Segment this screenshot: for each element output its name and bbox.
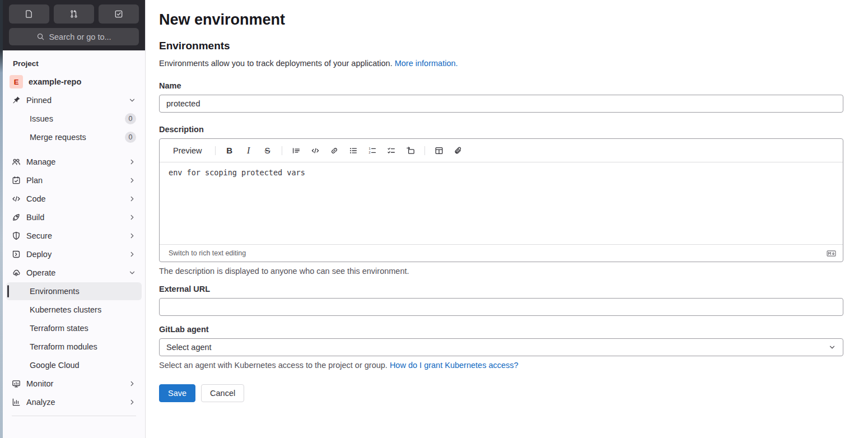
table-button[interactable] xyxy=(431,143,447,159)
kubernetes-clusters-label: Kubernetes clusters xyxy=(30,305,136,314)
bullet-list-button[interactable] xyxy=(346,143,361,159)
description-field-group: Description Preview B I S xyxy=(159,125,843,276)
sidebar-item-monitor[interactable]: Monitor xyxy=(6,375,142,393)
kubernetes-access-link[interactable]: How do I grant Kubernetes access? xyxy=(390,361,519,370)
markdown-icon xyxy=(827,249,836,258)
chevron-down-icon xyxy=(128,269,136,277)
link-button[interactable] xyxy=(326,143,342,159)
italic-button[interactable]: I xyxy=(241,143,256,159)
external-url-input[interactable] xyxy=(159,298,843,316)
agent-help-text: Select an agent with Kubernetes access t… xyxy=(159,361,388,370)
terraform-states-label: Terraform states xyxy=(30,324,136,333)
search-input[interactable]: Search or go to... xyxy=(9,28,139,45)
numbered-list-button[interactable]: 12 xyxy=(365,143,380,159)
sidebar-item-project[interactable]: E example-repo xyxy=(6,73,142,91)
sidebar-nav: Project E example-repo Pinned Issues 0 M… xyxy=(3,50,145,438)
sidebar-item-analyze[interactable]: Analyze xyxy=(6,393,142,411)
google-cloud-label: Google Cloud xyxy=(30,361,136,370)
pinned-label: Pinned xyxy=(26,96,123,105)
task-list-button[interactable] xyxy=(384,143,399,159)
cloud-gear-icon xyxy=(12,268,21,277)
issues-shortcut-button[interactable] xyxy=(9,4,49,24)
sidebar-item-deploy[interactable]: Deploy xyxy=(6,245,142,263)
attach-file-button[interactable] xyxy=(450,143,466,159)
description-help-text: The description is displayed to anyone w… xyxy=(159,267,843,276)
save-button[interactable]: Save xyxy=(159,384,195,402)
sidebar: Search or go to... Project E example-rep… xyxy=(3,0,146,438)
description-textarea[interactable]: env for scoping protected vars xyxy=(169,168,834,239)
operate-label: Operate xyxy=(26,268,123,277)
external-url-label: External URL xyxy=(159,285,843,293)
quote-button[interactable] xyxy=(288,143,304,159)
sidebar-item-environments[interactable]: Environments xyxy=(6,282,142,300)
quote-icon xyxy=(292,146,301,155)
manage-label: Manage xyxy=(26,157,123,166)
name-input[interactable] xyxy=(159,95,843,113)
toolbar-separator xyxy=(424,146,425,155)
collapsible-section-icon xyxy=(406,146,415,155)
chevron-down-icon xyxy=(828,343,836,351)
sidebar-item-google-cloud[interactable]: Google Cloud xyxy=(6,356,142,374)
sidebar-item-code[interactable]: Code xyxy=(6,190,142,208)
environments-label: Environments xyxy=(30,287,136,296)
issues-count-badge: 0 xyxy=(125,113,136,124)
sidebar-item-pinned[interactable]: Pinned xyxy=(6,91,142,109)
code-button[interactable] xyxy=(307,143,323,159)
sidebar-header: Search or go to... xyxy=(3,0,145,50)
deploy-icon xyxy=(12,250,21,259)
chevron-right-icon xyxy=(128,195,136,203)
chevron-down-icon xyxy=(128,96,136,104)
description-label: Description xyxy=(159,125,843,134)
main-content: New environment Environments Environment… xyxy=(146,0,868,438)
preview-button[interactable]: Preview xyxy=(169,143,207,159)
project-avatar: E xyxy=(10,75,23,88)
sidebar-item-secure[interactable]: Secure xyxy=(6,227,142,245)
monitor-icon xyxy=(12,379,21,388)
name-label: Name xyxy=(159,81,843,90)
secure-label: Secure xyxy=(26,231,123,240)
issues-label: Issues xyxy=(30,114,119,123)
terraform-modules-label: Terraform modules xyxy=(30,342,136,351)
deploy-label: Deploy xyxy=(26,250,123,259)
users-icon xyxy=(12,157,21,166)
switch-rich-text-button[interactable]: Switch to rich text editing xyxy=(169,249,246,257)
collapsible-section-button[interactable] xyxy=(403,143,418,159)
chart-icon xyxy=(12,398,21,407)
sidebar-item-operate[interactable]: Operate xyxy=(6,264,142,282)
sidebar-item-build[interactable]: Build xyxy=(6,208,142,226)
svg-text:1: 1 xyxy=(368,147,370,150)
sidebar-item-manage[interactable]: Manage xyxy=(6,153,142,171)
build-label: Build xyxy=(26,213,123,222)
gitlab-agent-field-group: GitLab agent Select agent Select an agen… xyxy=(159,325,843,370)
strikethrough-button[interactable]: S xyxy=(260,143,276,159)
numbered-list-icon: 12 xyxy=(368,146,377,155)
merge-requests-shortcut-button[interactable] xyxy=(54,4,94,24)
gitlab-agent-label: GitLab agent xyxy=(159,325,843,334)
sidebar-item-merge-requests[interactable]: Merge requests 0 xyxy=(6,128,142,146)
project-name: example-repo xyxy=(29,77,136,86)
toolbar-separator xyxy=(215,146,216,155)
sidebar-item-plan[interactable]: Plan xyxy=(6,171,142,189)
sidebar-item-terraform-modules[interactable]: Terraform modules xyxy=(6,338,142,356)
chevron-right-icon xyxy=(128,398,136,406)
search-placeholder: Search or go to... xyxy=(49,32,111,41)
cancel-button[interactable]: Cancel xyxy=(201,384,244,402)
bold-button[interactable]: B xyxy=(222,143,237,159)
bullet-list-icon xyxy=(349,146,358,155)
chevron-right-icon xyxy=(128,213,136,221)
sidebar-item-kubernetes-clusters[interactable]: Kubernetes clusters xyxy=(6,301,142,319)
rocket-icon xyxy=(12,213,21,222)
sidebar-item-terraform-states[interactable]: Terraform states xyxy=(6,319,142,337)
code-icon xyxy=(311,146,320,155)
more-information-link[interactable]: More information. xyxy=(395,59,458,68)
form-actions: Save Cancel xyxy=(159,384,843,402)
sidebar-item-issues[interactable]: Issues 0 xyxy=(6,110,142,128)
merge-requests-label: Merge requests xyxy=(30,133,119,142)
todo-shortcut-button[interactable] xyxy=(99,4,139,24)
markdown-editor: Preview B I S 12 xyxy=(159,138,843,262)
chevron-right-icon xyxy=(128,176,136,184)
markdown-toolbar: Preview B I S 12 xyxy=(160,139,843,162)
todo-check-icon xyxy=(114,10,123,18)
gitlab-agent-select[interactable]: Select agent xyxy=(159,338,843,356)
sidebar-divider xyxy=(12,416,136,416)
